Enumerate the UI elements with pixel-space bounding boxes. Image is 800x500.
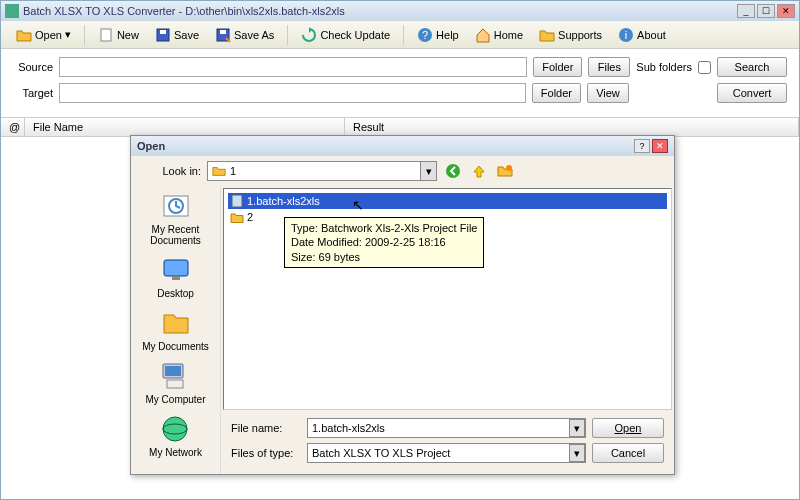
dialog-cancel-button[interactable]: Cancel	[592, 443, 664, 463]
help-button[interactable]: ? Help	[410, 23, 466, 47]
recent-icon	[160, 190, 192, 222]
target-view-button[interactable]: View	[587, 83, 629, 103]
save-button[interactable]: Save	[148, 23, 206, 47]
svg-rect-4	[220, 30, 226, 34]
new-icon	[98, 27, 114, 43]
svg-point-10	[506, 165, 512, 171]
folder-icon	[230, 210, 244, 224]
dialog-bottom: File name: 1.batch-xls2xls ▾ Open Files …	[221, 412, 674, 474]
svg-rect-13	[164, 260, 188, 276]
documents-icon	[160, 307, 192, 339]
title-bar: Batch XLSX TO XLS Converter - D:\other\b…	[1, 1, 799, 21]
tooltip: Type: Batchwork Xls-2-Xls Project File D…	[284, 217, 484, 268]
dialog-close-button[interactable]: ✕	[652, 139, 668, 153]
separator	[287, 25, 288, 45]
home-button[interactable]: Home	[468, 23, 530, 47]
svg-text:?: ?	[422, 29, 428, 41]
filename-combo[interactable]: 1.batch-xls2xls ▾	[307, 418, 586, 438]
dialog-help-button[interactable]: ?	[634, 139, 650, 153]
svg-rect-2	[160, 30, 166, 34]
place-mydocs[interactable]: My Documents	[142, 307, 209, 352]
app-icon	[5, 4, 19, 18]
folder-icon	[539, 27, 555, 43]
help-icon: ?	[417, 27, 433, 43]
network-icon	[159, 413, 191, 445]
svg-rect-16	[165, 366, 181, 376]
file-icon	[230, 194, 244, 208]
back-button[interactable]	[443, 161, 463, 181]
lookin-row: Look in: 1 ▾	[131, 156, 674, 186]
places-bar: My Recent Documents Desktop My Documents…	[131, 186, 221, 474]
svg-rect-17	[167, 380, 183, 388]
source-label: Source	[13, 61, 53, 73]
search-button[interactable]: Search	[717, 57, 787, 77]
lookin-combo[interactable]: 1 ▾	[207, 161, 437, 181]
saveas-icon	[215, 27, 231, 43]
convert-button[interactable]: Convert	[717, 83, 787, 103]
close-button[interactable]: ✕	[777, 4, 795, 18]
home-icon	[475, 27, 491, 43]
lookin-label: Look in:	[141, 165, 201, 177]
filetype-label: Files of type:	[231, 447, 301, 459]
svg-rect-0	[101, 29, 111, 41]
save-icon	[155, 27, 171, 43]
chevron-down-icon[interactable]: ▾	[569, 419, 585, 437]
maximize-button[interactable]: ☐	[757, 4, 775, 18]
subfolders-label: Sub folders	[636, 61, 692, 73]
svg-point-18	[163, 417, 187, 441]
info-icon: i	[618, 27, 634, 43]
about-button[interactable]: i About	[611, 23, 673, 47]
file-area: 1.batch-xls2xls 2 ↖ Type: Batchwork Xls-…	[223, 188, 672, 410]
minimize-button[interactable]: _	[737, 4, 755, 18]
form-area: Source Folder Files Sub folders Search T…	[1, 49, 799, 117]
svg-text:i: i	[625, 29, 627, 41]
desktop-icon	[160, 254, 192, 286]
list-header: @ File Name Result	[1, 117, 799, 137]
separator	[84, 25, 85, 45]
folder-icon	[211, 164, 227, 178]
up-button[interactable]	[469, 161, 489, 181]
window-title: Batch XLSX TO XLS Converter - D:\other\b…	[23, 5, 737, 17]
target-label: Target	[13, 87, 53, 99]
separator	[403, 25, 404, 45]
place-mycomp[interactable]: My Computer	[145, 360, 205, 405]
new-folder-button[interactable]	[495, 161, 515, 181]
source-files-button[interactable]: Files	[588, 57, 630, 77]
place-mynet[interactable]: My Network	[149, 413, 202, 458]
col-filename[interactable]: File Name	[25, 118, 345, 136]
svg-point-9	[446, 164, 460, 178]
dialog-open-button[interactable]: Open	[592, 418, 664, 438]
target-input[interactable]	[59, 83, 526, 103]
chevron-down-icon: ▾	[65, 28, 71, 41]
source-input[interactable]	[59, 57, 527, 77]
svg-rect-14	[172, 276, 180, 280]
filename-label: File name:	[231, 422, 301, 434]
chevron-down-icon[interactable]: ▾	[569, 444, 585, 462]
lookin-value: 1	[230, 165, 420, 177]
subfolders-checkbox[interactable]	[698, 61, 711, 74]
folder-open-icon	[16, 27, 32, 43]
open-dialog: Open ? ✕ Look in: 1 ▾ My Recent Document…	[130, 135, 675, 475]
saveas-button[interactable]: Save As	[208, 23, 281, 47]
col-result[interactable]: Result	[345, 118, 799, 136]
svg-rect-20	[232, 195, 242, 207]
new-button[interactable]: New	[91, 23, 146, 47]
place-desktop[interactable]: Desktop	[157, 254, 194, 299]
chevron-down-icon[interactable]: ▾	[420, 162, 436, 180]
open-button[interactable]: Open ▾	[9, 23, 78, 47]
computer-icon	[159, 360, 191, 392]
list-item[interactable]: 1.batch-xls2xls	[228, 193, 667, 209]
source-folder-button[interactable]: Folder	[533, 57, 582, 77]
filetype-combo[interactable]: Batch XLSX TO XLS Project ▾	[307, 443, 586, 463]
dialog-title: Open	[137, 140, 634, 152]
check-update-button[interactable]: Check Update	[294, 23, 397, 47]
dialog-title-bar: Open ? ✕	[131, 136, 674, 156]
col-at[interactable]: @	[1, 118, 25, 136]
place-recent[interactable]: My Recent Documents	[131, 190, 220, 246]
supports-button[interactable]: Supports	[532, 23, 609, 47]
toolbar: Open ▾ New Save Save As Check Update ? H…	[1, 21, 799, 49]
refresh-icon	[301, 27, 317, 43]
target-folder-button[interactable]: Folder	[532, 83, 581, 103]
